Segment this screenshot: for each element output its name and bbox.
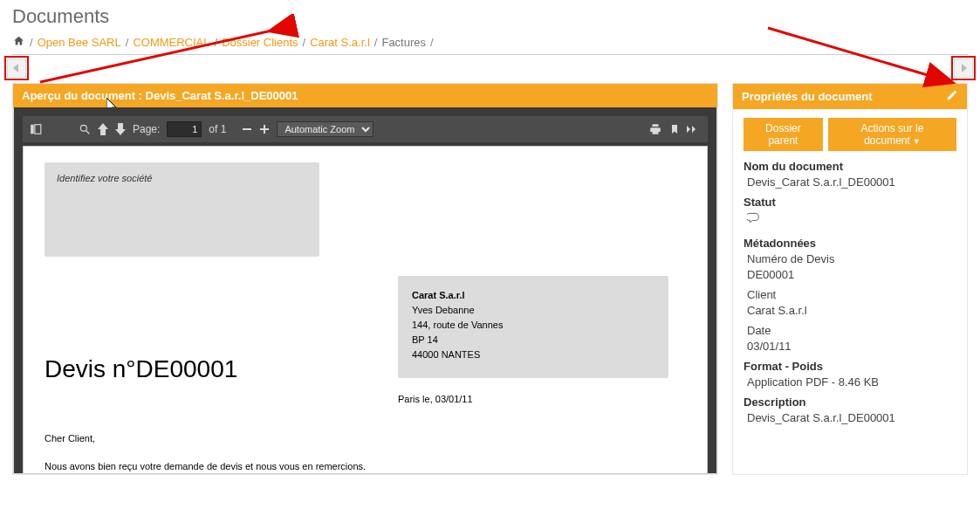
bookmark-icon[interactable] xyxy=(669,123,680,135)
zoom-in-icon[interactable] xyxy=(259,124,270,134)
prop-label: Format - Poids xyxy=(744,360,956,373)
crumb-link[interactable]: Open Bee SARL xyxy=(38,36,121,49)
doc-greeting: Cher Client, xyxy=(45,432,686,446)
svg-marker-5 xyxy=(962,64,967,72)
crumb-current: Factures xyxy=(381,36,426,49)
svg-marker-10 xyxy=(98,123,108,135)
crumb-link[interactable]: Dossier Clients xyxy=(222,36,298,49)
breadcrumb: / Open Bee SARL/ COMMERCIAL/ Dossier Cli… xyxy=(0,35,980,54)
prev-document-button[interactable] xyxy=(7,58,26,78)
pdf-page-area[interactable]: Identifiez votre société Carat S.a.r.l Y… xyxy=(23,146,708,474)
page-down-icon[interactable] xyxy=(115,123,126,135)
svg-marker-15 xyxy=(687,126,690,133)
svg-rect-6 xyxy=(31,125,34,134)
edit-icon[interactable] xyxy=(946,89,958,104)
prop-value-quote-no: DE00001 xyxy=(747,268,956,281)
svg-rect-12 xyxy=(243,128,251,130)
svg-line-9 xyxy=(86,131,90,134)
next-document-button[interactable] xyxy=(954,58,973,78)
svg-marker-16 xyxy=(692,126,696,133)
prop-value-date: 03/01/11 xyxy=(747,340,956,353)
sidebar-toggle-icon[interactable] xyxy=(30,123,42,135)
prop-label: Métadonnées xyxy=(744,237,956,250)
document-actions-button[interactable]: Actions sur le document▼ xyxy=(828,118,956,151)
prop-value-client: Carat S.a.r.l xyxy=(747,304,956,317)
page-of-label: of 1 xyxy=(209,123,226,135)
svg-marker-4 xyxy=(13,64,18,72)
svg-rect-7 xyxy=(35,125,41,134)
doc-city-date: Paris le, 03/01/11 xyxy=(398,394,686,404)
prop-label-sub: Client xyxy=(747,288,956,301)
doc-paragraph: Nous avons bien reçu votre demande de de… xyxy=(45,460,686,474)
doc-title: Devis n°DE00001 xyxy=(45,355,686,383)
pdf-toolbar: Page: of 1 Automatic Zoom xyxy=(23,116,708,142)
page-up-icon[interactable] xyxy=(98,123,108,135)
page-number-input[interactable] xyxy=(167,121,202,137)
svg-rect-14 xyxy=(264,125,265,134)
tools-menu-icon[interactable] xyxy=(687,124,701,134)
zoom-select[interactable]: Automatic Zoom xyxy=(277,121,373,137)
home-icon[interactable] xyxy=(12,35,25,49)
prop-label: Nom du document xyxy=(744,160,956,173)
preview-header: Aperçu du document : Devis_Carat S.a.r.l… xyxy=(13,84,717,107)
page-title: Documents xyxy=(0,0,980,35)
properties-header: Propriétés du document xyxy=(733,84,967,109)
prop-label-sub: Date xyxy=(747,324,956,337)
svg-point-8 xyxy=(80,125,86,131)
prop-label: Statut xyxy=(744,196,956,209)
comment-icon[interactable] xyxy=(747,211,761,226)
page-label: Page: xyxy=(133,123,160,135)
doc-ident-box: Identifiez votre société xyxy=(45,162,319,257)
prop-label: Description xyxy=(744,396,956,409)
search-icon[interactable] xyxy=(79,123,91,135)
svg-marker-11 xyxy=(115,123,126,135)
crumb-link[interactable]: COMMERCIAL xyxy=(133,36,209,49)
crumb-link[interactable]: Carat S.a.r.l xyxy=(310,36,370,49)
parent-folder-button[interactable]: Dossier parent xyxy=(744,118,823,151)
print-icon[interactable] xyxy=(648,123,662,135)
prop-value-desc: Devis_Carat S.a.r.l_DE00001 xyxy=(747,411,956,424)
zoom-out-icon[interactable] xyxy=(242,124,252,134)
prop-value-format: Application PDF - 8.46 KB xyxy=(747,375,956,389)
prop-value-doc-name: Devis_Carat S.a.r.l_DE00001 xyxy=(747,175,956,189)
prop-label-sub: Numéro de Devis xyxy=(747,252,956,265)
